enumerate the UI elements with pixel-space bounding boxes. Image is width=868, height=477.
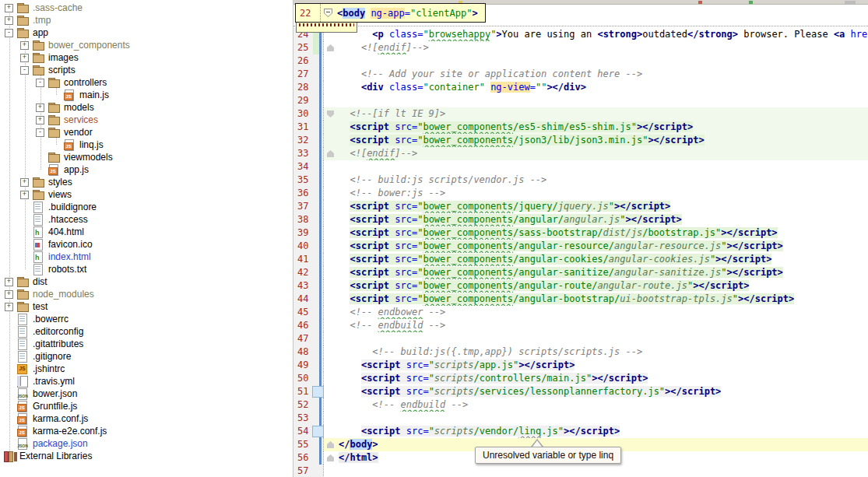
line-number[interactable]: 34 <box>293 160 317 174</box>
code-text[interactable]: <!-- bower:js --> <box>339 187 868 200</box>
line-number[interactable]: 47 <box>293 332 317 345</box>
line-number[interactable]: 39 <box>293 226 317 240</box>
line-number[interactable]: 38 <box>293 213 317 226</box>
tree-item--gitattributes[interactable]: .gitattributes <box>0 338 293 350</box>
tree-item-controllers[interactable]: -controllers <box>0 76 293 89</box>
expand-icon[interactable]: + <box>5 278 13 286</box>
tree-item-karma-conf-js[interactable]: JSkarma.conf.js <box>0 412 293 425</box>
code-line-50[interactable]: 50 <script src="scripts/controllers/main… <box>293 372 868 385</box>
expand-icon[interactable]: + <box>5 290 13 299</box>
code-text[interactable]: <script src="bower_components/angular-re… <box>339 240 868 253</box>
fold-marker-icon[interactable] <box>327 110 334 117</box>
line-number[interactable]: 32 <box>293 134 317 147</box>
tree-item--htaccess[interactable]: .htaccess <box>0 213 293 226</box>
tree-item-app-js[interactable]: JSapp.js <box>0 163 293 176</box>
tree-item-package-json[interactable]: JSONpackage.json <box>0 437 293 450</box>
line-number[interactable]: 29 <box>293 94 317 107</box>
code-line-38[interactable]: 38 <script src="bower_components/angular… <box>293 213 868 226</box>
expand-icon[interactable]: + <box>5 16 13 25</box>
code-text[interactable]: <script src="bower_components/angular/an… <box>339 213 868 226</box>
code-text[interactable]: <!-- build:js({.tmp,app}) scripts/script… <box>339 345 868 359</box>
line-number[interactable]: 50 <box>293 372 317 385</box>
code-line-53[interactable]: 53 <box>293 412 868 425</box>
line-number[interactable]: 42 <box>293 266 317 279</box>
code-line-47[interactable]: 47 <box>293 332 868 345</box>
tree-item-test[interactable]: +test <box>0 300 293 313</box>
code-text[interactable]: <script src="scripts/app.js"></script> <box>339 359 868 372</box>
code-text[interactable] <box>339 94 868 107</box>
line-number[interactable]: 37 <box>293 200 317 213</box>
code-text[interactable]: <!-- Add your site or application conten… <box>339 68 868 81</box>
tree-item--jshintrc[interactable]: JS.jshintrc <box>0 363 293 375</box>
line-number[interactable]: 35 <box>293 174 317 187</box>
code-text[interactable]: <!-- endbuild --> <box>339 398 868 412</box>
tree-item-robots-txt[interactable]: robots.txt <box>0 263 293 275</box>
code-line-42[interactable]: 42 <script src="bower_components/angular… <box>293 266 868 279</box>
code-text[interactable]: <![endif]--> <box>339 147 868 160</box>
line-number[interactable]: 55 <box>293 438 317 451</box>
line-number[interactable]: 30 <box>293 107 317 121</box>
code-text[interactable] <box>339 160 868 174</box>
line-number[interactable]: 41 <box>293 253 317 266</box>
expand-icon[interactable]: + <box>36 103 44 112</box>
tree-item-views[interactable]: +views <box>0 188 293 201</box>
code-text[interactable]: <script src="scripts/controllers/main.js… <box>339 372 868 385</box>
line-number[interactable]: 43 <box>293 279 317 293</box>
code-line-37[interactable]: 37 <script src="bower_components/jquery/… <box>293 200 868 213</box>
fold-marker-icon[interactable] <box>327 44 334 51</box>
code-line-36[interactable]: 36 <!-- bower:js --> <box>293 187 868 200</box>
tree-item-404-html[interactable]: h404.html <box>0 226 293 238</box>
tree-item-models[interactable]: +models <box>0 101 293 114</box>
fold-marker-icon[interactable] <box>327 454 334 461</box>
expand-icon[interactable]: + <box>20 54 29 62</box>
collapse-icon[interactable]: - <box>5 29 13 37</box>
line-number[interactable]: 53 <box>293 412 317 425</box>
code-text[interactable]: <script src="bower_components/jquery/jqu… <box>339 200 868 213</box>
editor-panel[interactable]: 22 <body ng-app="clientApp"> 24 <p class… <box>293 0 868 477</box>
code-line-32[interactable]: 32 <script src="bower_components/json3/l… <box>293 134 868 147</box>
tree-item-vendor[interactable]: -vendor <box>0 126 293 139</box>
code-line-43[interactable]: 43 <script src="bower_components/angular… <box>293 279 868 293</box>
code-text[interactable]: <!--[if lt IE 9]> <box>339 107 868 121</box>
tree-item--sass-cache[interactable]: +.sass-cache <box>0 2 293 14</box>
collapse-icon[interactable]: - <box>36 79 44 87</box>
expand-icon[interactable]: + <box>36 116 44 125</box>
code-line-44[interactable]: 44 <script src="bower_components/angular… <box>293 293 868 306</box>
expand-icon[interactable]: + <box>5 4 13 12</box>
code-area[interactable]: 24 <p class="browsehappy">You are using … <box>293 28 868 477</box>
code-line-26[interactable]: 26 <box>293 54 868 68</box>
line-number[interactable]: 48 <box>293 345 317 359</box>
code-text[interactable]: <div class="container" ng-view=""></div> <box>339 81 868 94</box>
code-line-29[interactable]: 29 <box>293 94 868 107</box>
code-line-27[interactable]: 27 <!-- Add your site or application con… <box>293 68 868 81</box>
code-line-34[interactable]: 34 <box>293 160 868 174</box>
code-text[interactable]: <script src="bower_components/angular-bo… <box>339 293 868 306</box>
code-line-39[interactable]: 39 <script src="bower_components/sass-bo… <box>293 226 868 240</box>
code-text[interactable]: <script src="bower_components/sass-boots… <box>339 226 868 240</box>
line-number[interactable]: 44 <box>293 293 317 306</box>
code-line-41[interactable]: 41 <script src="bower_components/angular… <box>293 253 868 266</box>
expand-icon[interactable]: + <box>20 191 29 199</box>
code-line-33[interactable]: 33 <![endif]--> <box>293 147 868 160</box>
collapse-icon[interactable]: - <box>36 128 44 137</box>
tree-item--tmp[interactable]: +.tmp <box>0 14 293 26</box>
code-line-51[interactable]: 51 <script src="scripts/services/lessonp… <box>293 385 868 398</box>
code-text[interactable]: <script src="bower_components/angular-co… <box>339 253 868 266</box>
code-line-30[interactable]: 30 <!--[if lt IE 9]> <box>293 107 868 121</box>
code-text[interactable]: <!-- endbuild --> <box>339 319 868 332</box>
code-text[interactable]: <!-- endbower --> <box>339 306 868 319</box>
tree-item-services[interactable]: +services <box>0 114 293 126</box>
code-line-54[interactable]: 54 <script src="scripts/vendor/linq.js">… <box>293 425 868 438</box>
tree-item-external-libraries[interactable]: External Libraries <box>0 450 293 462</box>
code-text[interactable] <box>339 54 868 68</box>
line-number[interactable]: 56 <box>293 451 317 465</box>
tree-item--editorconfig[interactable]: .editorconfig <box>0 325 293 338</box>
code-line-46[interactable]: 46 <!-- endbuild --> <box>293 319 868 332</box>
fold-marker-icon[interactable] <box>327 150 334 157</box>
code-text[interactable]: <![endif]--> <box>339 41 868 54</box>
fold-marker-icon[interactable] <box>327 441 334 448</box>
code-line-28[interactable]: 28 <div class="container" ng-view=""></d… <box>293 81 868 94</box>
code-text[interactable]: <script src="bower_components/angular-sa… <box>339 266 868 279</box>
tree-item-karma-e2e-conf-js[interactable]: JSkarma-e2e.conf.js <box>0 425 293 437</box>
tree-item-dist[interactable]: +dist <box>0 275 293 288</box>
